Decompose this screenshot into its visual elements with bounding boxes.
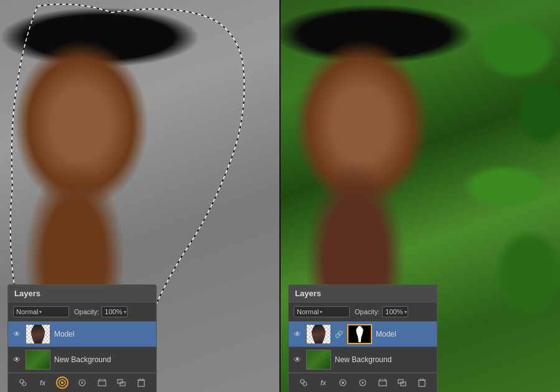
layers-panel-header-right: Layers <box>289 285 437 302</box>
link-layers-btn-right[interactable] <box>297 376 310 389</box>
layers-title-right: Layers <box>295 289 321 298</box>
svg-rect-18 <box>379 381 386 386</box>
opacity-chevron-left: ▾ <box>124 309 126 315</box>
opacity-value-left[interactable]: 100% ▾ <box>101 306 128 317</box>
add-mask-btn-right[interactable] <box>337 376 349 389</box>
layer-row-bg-right[interactable]: 👁 New Background <box>289 347 437 373</box>
layers-panel-header-left: Layers <box>8 285 156 302</box>
visibility-icon-model-left[interactable]: 👁 <box>12 329 22 339</box>
fx-label-right: fx <box>320 380 326 386</box>
layer-thumb-bg-left <box>26 350 50 370</box>
delete-btn-left[interactable] <box>135 376 147 389</box>
right-panel: Layers Normal ▾ Opacity: 100% ▾ 👁 🔗 <box>281 0 560 392</box>
layer-row-model-right[interactable]: 👁 🔗 Model <box>289 322 437 347</box>
chain-icon-right: 🔗 <box>335 330 343 338</box>
opacity-label-right: Opacity: <box>355 308 380 315</box>
svg-point-14 <box>303 382 307 386</box>
blend-mode-dropdown-right[interactable]: Normal ▾ <box>294 306 350 317</box>
svg-rect-9 <box>138 380 144 386</box>
layers-footer-right: fx <box>289 373 437 392</box>
layer-thumb-model-left <box>26 324 50 344</box>
svg-point-4 <box>61 381 63 384</box>
layers-footer-left: fx <box>8 373 156 392</box>
blend-chevron-left: ▾ <box>39 309 42 315</box>
thumb-person-right <box>307 325 330 343</box>
fx-label-left: fx <box>40 380 45 386</box>
clip-btn-left[interactable] <box>115 376 128 389</box>
svg-point-1 <box>22 382 26 386</box>
adjustment-btn-right[interactable] <box>357 376 369 389</box>
opacity-chevron-right: ▾ <box>404 309 407 315</box>
group-btn-left[interactable] <box>96 376 108 389</box>
blend-mode-value-right: Normal <box>297 308 319 315</box>
adjustment-btn-left[interactable] <box>76 376 88 389</box>
layers-panel-left: Layers Normal ▾ Opacity: 100% ▾ 👁 Model … <box>7 284 157 392</box>
layer-name-bg-right: New Background <box>335 355 433 364</box>
blend-mode-value-left: Normal <box>16 308 38 315</box>
link-layers-btn-left[interactable] <box>17 376 29 389</box>
delete-btn-right[interactable] <box>416 376 428 389</box>
opacity-number-right: 100% <box>385 308 403 315</box>
layer-mask-thumb-right[interactable] <box>347 324 372 344</box>
layer-thumb-bg-right <box>306 350 331 370</box>
svg-rect-6 <box>98 381 106 386</box>
opacity-number-left: 100% <box>105 308 122 315</box>
mask-bg <box>348 325 371 343</box>
layer-name-model-right: Model <box>376 330 433 338</box>
layer-row-bg-left[interactable]: 👁 New Background <box>8 347 156 373</box>
layers-panel-right: Layers Normal ▾ Opacity: 100% ▾ 👁 🔗 <box>288 284 437 392</box>
svg-point-16 <box>342 381 344 384</box>
fx-btn-left[interactable]: fx <box>37 376 49 389</box>
mask-silhouette <box>354 326 365 342</box>
visibility-icon-bg-left[interactable]: 👁 <box>12 355 22 365</box>
blend-chevron-right: ▾ <box>320 309 322 315</box>
left-panel: .marching-ants { fill: none; stroke: whi… <box>0 0 279 392</box>
layer-name-bg-left: New Background <box>54 355 152 364</box>
blend-row-left: Normal ▾ Opacity: 100% ▾ <box>8 302 156 322</box>
svg-rect-21 <box>419 380 425 386</box>
visibility-icon-bg-right[interactable]: 👁 <box>292 355 302 365</box>
thumb-person-left <box>26 325 50 343</box>
layer-row-model-left[interactable]: 👁 Model <box>8 322 156 347</box>
layer-thumb-model-right <box>306 324 331 344</box>
add-mask-btn-left[interactable] <box>56 376 68 389</box>
blend-mode-dropdown-left[interactable]: Normal ▾ <box>13 306 69 317</box>
blend-row-right: Normal ▾ Opacity: 100% ▾ <box>289 302 437 322</box>
layer-name-model-left: Model <box>54 330 152 338</box>
visibility-icon-model-right[interactable]: 👁 <box>292 329 302 339</box>
opacity-value-right[interactable]: 100% ▾ <box>382 306 408 317</box>
fx-btn-right[interactable]: fx <box>317 376 330 389</box>
clip-btn-right[interactable] <box>396 376 408 389</box>
opacity-label-left: Opacity: <box>74 308 99 315</box>
group-btn-right[interactable] <box>376 376 389 389</box>
layers-title-left: Layers <box>14 289 40 298</box>
